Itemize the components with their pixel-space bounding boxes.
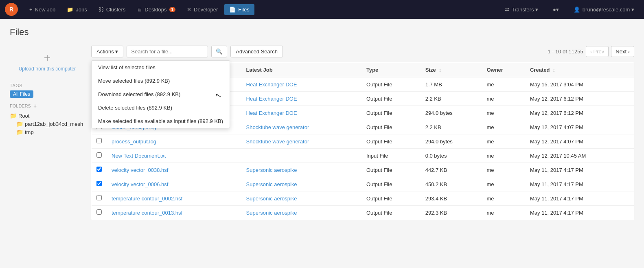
dropdown-delete-selected[interactable]: Delete selected files (892.9 KB) bbox=[92, 101, 230, 114]
job-link[interactable]: Supersonic aerospike bbox=[246, 196, 297, 202]
row-checkbox[interactable] bbox=[96, 195, 102, 200]
row-latest-job: Supersonic aerospike bbox=[241, 163, 361, 177]
row-created: May 12, 2017 4:07 PM bbox=[525, 120, 634, 134]
search-input[interactable] bbox=[127, 46, 208, 57]
row-checkbox[interactable] bbox=[96, 181, 102, 186]
pagination: 1 - 10 of 11255 ‹ Prev Next › bbox=[548, 46, 634, 57]
dropdown-move-selected[interactable]: Move selected files (892.9 KB) bbox=[92, 74, 230, 88]
file-name-link[interactable]: New Text Document.txt bbox=[112, 153, 166, 159]
row-latest-job: Shocktube wave generator bbox=[241, 120, 361, 134]
nav-clusters[interactable]: ⛓ Clusters bbox=[94, 4, 131, 15]
dropdown-view-selected[interactable]: View list of selected files bbox=[92, 61, 230, 74]
nav-transfers[interactable]: ⇄ Transfers ▾ bbox=[500, 4, 543, 15]
add-folder-button[interactable]: + bbox=[33, 103, 37, 109]
folder-root[interactable]: 📁 Root bbox=[10, 112, 85, 120]
tag-all-files[interactable]: All Files bbox=[10, 90, 33, 98]
col-created[interactable]: Created ↕ bbox=[525, 63, 634, 77]
folder-part12ab[interactable]: 📁 part12ab_job34cd_mesh bbox=[16, 120, 85, 128]
desktops-badge: 1 bbox=[169, 7, 176, 12]
row-size: 292.3 KB bbox=[421, 206, 482, 220]
row-type: Output File bbox=[361, 120, 421, 134]
job-link[interactable]: Heat Exchanger DOE bbox=[246, 96, 297, 102]
row-created: May 12, 2017 4:07 PM bbox=[525, 134, 634, 149]
nav-jobs[interactable]: 📁 Jobs bbox=[62, 4, 92, 15]
logo: R bbox=[5, 3, 18, 16]
row-size: 293.4 KB bbox=[421, 191, 482, 206]
nav-new-job[interactable]: + New Job bbox=[24, 4, 60, 15]
page-content: Files + Upload from this computer TAGS A… bbox=[0, 19, 644, 228]
row-size: 450.2 KB bbox=[421, 177, 482, 191]
sidebar: + Upload from this computer TAGS All Fil… bbox=[10, 46, 91, 220]
upload-area[interactable]: + Upload from this computer bbox=[10, 46, 85, 78]
col-owner: Owner bbox=[482, 63, 525, 77]
job-link[interactable]: Shocktube wave generator bbox=[246, 124, 309, 130]
next-button[interactable]: Next › bbox=[611, 46, 634, 57]
user-icon: 👤 bbox=[574, 7, 580, 13]
table-row: process_output.logShocktube wave generat… bbox=[92, 134, 634, 149]
upload-label: Upload from this computer bbox=[19, 66, 76, 72]
table-row: New Text Document.txtInput File0.0 bytes… bbox=[92, 149, 634, 163]
nav-user[interactable]: 👤 bruno@rescale.com ▾ bbox=[569, 4, 639, 15]
row-checkbox-cell bbox=[92, 191, 107, 206]
nav-files[interactable]: 📄 Files bbox=[224, 4, 254, 15]
transfers-icon: ⇄ bbox=[505, 7, 509, 13]
row-checkbox[interactable] bbox=[96, 167, 102, 172]
toolbar: Actions ▾ View list of selected files Mo… bbox=[91, 46, 634, 57]
advanced-search-button[interactable]: Advanced Search bbox=[230, 46, 283, 57]
size-sort-icon: ↕ bbox=[439, 68, 441, 72]
job-link[interactable]: Supersonic aerospike bbox=[246, 167, 297, 173]
table-row: velocity vector_0006.hsfSupersonic aeros… bbox=[92, 177, 634, 191]
row-type: Output File bbox=[361, 106, 421, 120]
dropdown-download-selected[interactable]: Download selected files (892.9 KB) ↖ bbox=[92, 88, 230, 101]
row-latest-job: Heat Exchanger DOE bbox=[241, 106, 361, 120]
folder-icon-3: 📁 bbox=[16, 129, 23, 135]
job-link[interactable]: Supersonic aerospike bbox=[246, 210, 297, 216]
folder-tree: 📁 Root 📁 part12ab_job34cd_mesh 📁 tmp bbox=[10, 112, 85, 136]
job-link[interactable]: Supersonic aerospike bbox=[246, 181, 297, 187]
table-row: velocity vector_0038.hsfSupersonic aeros… bbox=[92, 163, 634, 177]
file-name-link[interactable]: velocity vector_0006.hsf bbox=[112, 181, 168, 187]
pagination-info: 1 - 10 of 11255 bbox=[548, 48, 583, 55]
row-size: 1.7 MB bbox=[421, 77, 482, 92]
row-size: 2.2 KB bbox=[421, 120, 482, 134]
job-link[interactable]: Heat Exchanger DOE bbox=[246, 81, 297, 88]
file-name-link[interactable]: process_output.log bbox=[112, 138, 156, 145]
col-type: Type bbox=[361, 63, 421, 77]
file-name-link[interactable]: temperature contour_0013.hsf bbox=[112, 210, 182, 216]
folder-icon-2: 📁 bbox=[16, 121, 23, 127]
row-created: May 11, 2017 4:17 PM bbox=[525, 206, 634, 220]
row-name: velocity vector_0006.hsf bbox=[107, 177, 241, 191]
file-name-link[interactable]: temperature contour_0002.hsf bbox=[112, 196, 182, 202]
code-icon: ✕ bbox=[187, 7, 191, 13]
row-checkbox[interactable] bbox=[96, 209, 102, 215]
nav-desktops[interactable]: 🖥 Desktops 1 bbox=[132, 4, 180, 15]
col-latest-job: Latest Job bbox=[241, 63, 361, 77]
row-name: New Text Document.txt bbox=[107, 149, 241, 163]
actions-button[interactable]: Actions ▾ bbox=[91, 46, 123, 57]
row-checkbox-cell bbox=[92, 163, 107, 177]
job-link[interactable]: Shocktube wave generator bbox=[246, 138, 309, 145]
upload-plus-icon: + bbox=[44, 52, 50, 64]
file-name-link[interactable]: velocity vector_0038.hsf bbox=[112, 167, 168, 173]
col-size[interactable]: Size ↕ bbox=[421, 63, 482, 77]
job-link[interactable]: Heat Exchanger DOE bbox=[246, 110, 297, 116]
dropdown-make-input[interactable]: Make selected files available as input f… bbox=[92, 114, 230, 128]
row-checkbox[interactable] bbox=[96, 152, 102, 158]
nav-help[interactable]: ●▾ bbox=[548, 4, 564, 15]
folder-tmp[interactable]: 📁 tmp bbox=[16, 128, 85, 136]
row-latest-job: Heat Exchanger DOE bbox=[241, 92, 361, 106]
row-created: May 12, 2017 10:45 AM bbox=[525, 149, 634, 163]
briefcase-icon: 📁 bbox=[67, 7, 73, 13]
row-checkbox[interactable] bbox=[96, 138, 102, 143]
search-button[interactable]: 🔍 bbox=[211, 46, 227, 57]
prev-button[interactable]: ‹ Prev bbox=[586, 46, 609, 57]
row-latest-job: Supersonic aerospike bbox=[241, 206, 361, 220]
row-type: Output File bbox=[361, 77, 421, 92]
table-row: temperature contour_0013.hsfSupersonic a… bbox=[92, 206, 634, 220]
row-created: May 12, 2017 6:12 PM bbox=[525, 92, 634, 106]
row-created: May 11, 2017 4:17 PM bbox=[525, 163, 634, 177]
topnav: R + New Job 📁 Jobs ⛓ Clusters 🖥 Desktops… bbox=[0, 0, 644, 19]
nav-developer[interactable]: ✕ Developer bbox=[182, 4, 223, 15]
cursor-icon: ↖ bbox=[215, 90, 223, 100]
row-owner: me bbox=[482, 134, 525, 149]
